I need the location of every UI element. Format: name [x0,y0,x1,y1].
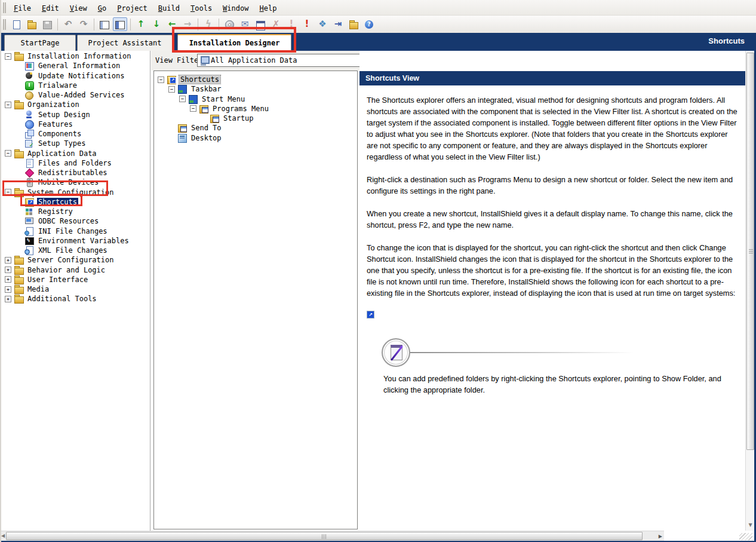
menu-file[interactable]: File [8,3,36,14]
vertical-scrollbar[interactable]: ▼ [745,51,754,531]
nav-back-icon: ← [168,20,176,29]
expand-toggle-icon[interactable]: + [5,267,11,273]
ini-icon [24,227,34,235]
tab-installation-designer[interactable]: Installation Designer [177,34,291,51]
vertical-scrollbar-thumb[interactable] [746,53,754,450]
tree-item-label: Taskbar [190,85,223,93]
horizontal-scrollbar[interactable]: ◀ ▶ [1,531,664,541]
menu-go[interactable]: Go [93,3,112,14]
tree-item-desktop[interactable]: Desktop [154,133,357,143]
tree-item-mobile-devices[interactable]: Mobile Devices [1,177,150,187]
tree-item-programs-menu[interactable]: −Programs Menu [154,104,357,114]
nav-back-button[interactable]: ← [165,17,179,31]
tree-item-system-configuration[interactable]: −System Configuration [1,188,150,197]
tree-item-behavior-and-logic[interactable]: +Behavior and Logic [1,265,150,275]
collapse-toggle-icon[interactable]: − [5,189,11,195]
errors-button[interactable]: ! [300,17,314,31]
tree-item-shortcuts[interactable]: −Shortcuts [154,75,357,84]
tree-item-ini-file-changes[interactable]: INI File Changes [1,226,150,236]
registry-icon [24,207,34,216]
tree-item-components[interactable]: Components [1,129,150,139]
tree-item-installation-information[interactable]: −Installation Information [1,51,150,61]
view-layout-button[interactable] [97,17,112,31]
tree-item-registry[interactable]: Registry [1,207,150,216]
tree-item-update-notifications[interactable]: Update Notifications [1,71,150,81]
tree-item-label: Startup [222,114,255,123]
collapse-toggle-icon[interactable]: − [5,53,11,60]
help-button[interactable] [362,17,376,31]
tree-item-server-configuration[interactable]: +Server Configuration [1,255,150,265]
view-split-icon [115,20,125,29]
scroll-left-arrow-icon[interactable]: ◀ [1,533,5,539]
tree-item-startup[interactable]: Startup [154,114,357,123]
new-project-button[interactable] [9,17,23,31]
tree-item-xml-file-changes[interactable]: XML File Changes [1,246,150,255]
notepad-pencil-icon [382,338,410,367]
horizontal-scrollbar-thumb[interactable] [6,532,643,540]
menu-view[interactable]: View [64,3,93,14]
redo-button[interactable]: ↷ [76,17,91,31]
tab-startpage[interactable]: StartPage [4,35,76,51]
warnings-button[interactable]: ! [284,17,299,31]
tree-item-taskbar[interactable]: −Taskbar [154,84,357,94]
tree-item-value-added-services[interactable]: Value-Added Services [1,90,150,100]
toolbar-grip[interactable] [3,19,6,30]
tree-item-send-to[interactable]: Send To [154,123,357,133]
expand-toggle-icon[interactable]: + [5,296,11,302]
menu-edit[interactable]: Edit [36,3,64,14]
tree-item-odbc-resources[interactable]: ODBC Resources [1,216,150,226]
menu-build[interactable]: Build [153,3,185,14]
tree-item-general-information[interactable]: General Information [1,61,150,71]
collapse-toggle-icon[interactable]: − [190,105,196,112]
dialogs-button[interactable] [253,17,268,31]
window-resize-grip[interactable] [739,533,752,540]
undo-button[interactable]: ↶ [61,17,75,31]
save-button[interactable] [40,17,54,31]
tree-item-setup-design[interactable]: Setup Design [1,110,150,120]
collapse-toggle-icon[interactable]: − [158,76,164,83]
expand-toggle-icon[interactable]: + [5,257,11,264]
stop-build-button[interactable]: ✗ [269,17,283,31]
nav-up-button[interactable]: ↑ [134,17,148,31]
release-wizard-button[interactable]: ✉ [238,17,252,31]
nav-forward-button[interactable]: → [180,17,195,31]
menu-project[interactable]: Project [112,3,153,14]
collapse-toggle-icon[interactable]: − [5,102,11,108]
tree-item-start-menu[interactable]: −Start Menu [154,94,357,104]
tree-item-setup-types[interactable]: Setup Types [1,139,150,148]
open-project-button[interactable] [24,17,39,31]
collapse-toggle-icon[interactable]: − [168,86,175,93]
menu-help[interactable]: Help [254,3,282,14]
scroll-right-arrow-icon[interactable]: ▶ [659,534,662,540]
view-filter-label: View Filter [155,56,202,65]
toolbar-grip[interactable] [3,2,6,13]
tree-item-shortcuts[interactable]: Shortcuts [1,197,150,207]
tree-item-organization[interactable]: −Organization [1,100,150,109]
validate-button[interactable]: ❖ [315,17,330,31]
release-folder-button[interactable] [346,17,361,31]
nav-down-button[interactable]: ↓ [149,17,164,31]
tree-item-application-data[interactable]: −Application Data [1,149,150,158]
update-notifications-icon [24,72,34,80]
collapse-toggle-icon[interactable]: − [5,150,11,157]
tree-item-environment-variables[interactable]: Environment Variables [1,236,150,246]
tree-item-additional-tools[interactable]: +Additional Tools [1,294,150,304]
scroll-down-arrow-icon[interactable]: ▼ [746,522,755,528]
tree-item-files-and-folders[interactable]: Files and Folders [1,158,150,168]
tree-item-trialware[interactable]: Trialware [1,81,150,90]
view-split-button[interactable] [113,17,127,31]
tree-item-redistributables[interactable]: Redistributables [1,168,150,177]
build-button[interactable] [222,17,236,31]
expand-toggle-icon[interactable]: + [5,286,11,293]
run-tool-button[interactable]: ϟ [201,17,216,31]
tree-item-user-interface[interactable]: +User Interface [1,275,150,284]
menu-window[interactable]: Window [217,3,254,14]
tree-item-media[interactable]: +Media [1,284,150,294]
menu-tools[interactable]: Tools [185,3,217,14]
tree-item-features[interactable]: Features [1,120,150,129]
expand-toggle-icon[interactable]: + [5,276,11,283]
view-filter-combobox[interactable]: All Application Data ▼ [197,54,376,67]
direct-editor-button[interactable]: ⇥ [331,17,345,31]
collapse-toggle-icon[interactable]: − [179,96,186,102]
tab-project-assistant[interactable]: Project Assistant [77,35,173,51]
